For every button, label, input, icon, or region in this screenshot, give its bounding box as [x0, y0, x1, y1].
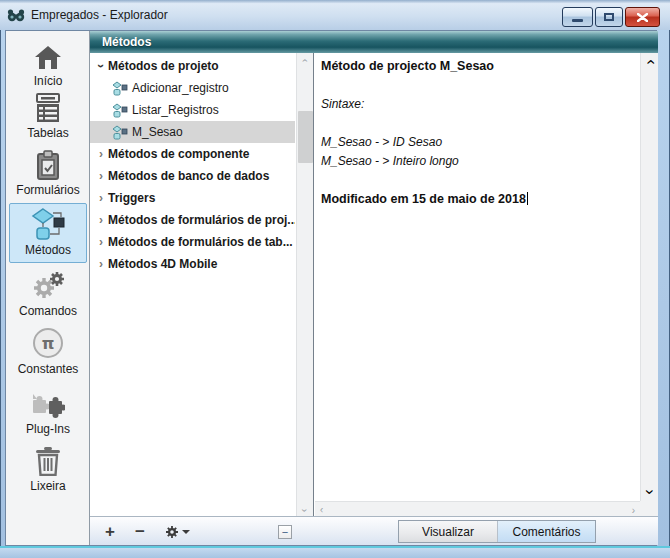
tree-item-label: Métodos de componente	[108, 147, 249, 161]
sidebar: Início Tabelas	[6, 31, 90, 545]
explorer-window: Empregados - Explorador Início	[0, 0, 670, 558]
scroll-left-icon[interactable]: ›	[315, 505, 328, 516]
gear-icon	[165, 525, 179, 539]
binoculars-icon	[7, 8, 25, 22]
modified-line: Modificado em 15 de maio de 2018	[321, 190, 634, 209]
chevron-down-icon[interactable]: ›	[94, 59, 108, 73]
tree-item-listar-registros[interactable]: Listar_Registros	[90, 99, 295, 121]
sidebar-item-metodos[interactable]: Métodos	[9, 203, 87, 263]
home-icon	[33, 41, 63, 71]
blank-line	[321, 76, 634, 95]
sidebar-item-label: Lixeira	[30, 479, 65, 493]
method-icon	[112, 125, 128, 140]
tab-visualizar[interactable]: Visualizar	[399, 521, 497, 542]
tree-item-label: Listar_Registros	[132, 103, 219, 117]
minimize-icon	[572, 19, 583, 22]
sidebar-item-label: Plug-Ins	[26, 422, 70, 436]
tree-item-metodos-formularios-projeto[interactable]: › Métodos de formulários de proj...	[90, 209, 295, 231]
minimize-button[interactable]	[562, 7, 593, 27]
detail-vertical-scrollbar[interactable]: › ›	[640, 53, 658, 501]
maximize-button[interactable]	[595, 7, 623, 27]
sidebar-item-label: Início	[34, 74, 63, 88]
close-icon	[637, 13, 648, 22]
tree-item-metodos-de-componente[interactable]: › Métodos de componente	[90, 143, 295, 165]
tree-item-label: Métodos de formulários de proj...	[108, 213, 295, 227]
chevron-right-icon[interactable]: ›	[94, 169, 108, 183]
blank-line	[321, 114, 634, 133]
method-icon	[112, 81, 128, 96]
tree-item-metodos-de-banco-de-dados[interactable]: › Métodos de banco de dados	[90, 165, 295, 187]
title-bar[interactable]: Empregados - Explorador	[0, 0, 670, 30]
maximize-icon	[604, 13, 614, 21]
sidebar-item-label: Comandos	[19, 304, 77, 318]
tree-item-metodos-formularios-tabela[interactable]: › Métodos de formulários de tab...	[90, 231, 295, 253]
sidebar-item-label: Métodos	[25, 243, 71, 257]
sidebar-item-plugins[interactable]: Plug-Ins	[6, 389, 90, 436]
sidebar-item-tabelas[interactable]: Tabelas	[6, 93, 90, 140]
modified-text: Modificado em 15 de maio de 2018	[321, 192, 526, 206]
text-cursor	[527, 192, 528, 205]
method-detail-pane: Método de projecto M_Sesao Sintaxe: M_Se…	[315, 53, 658, 518]
chevron-right-icon[interactable]: ›	[94, 235, 108, 249]
syntax-label: Sintaxe:	[321, 95, 634, 114]
tree-item-m-sesao[interactable]: M_Sesao	[90, 121, 295, 143]
chevron-right-icon[interactable]: ›	[94, 257, 108, 271]
scroll-up-icon[interactable]: ›	[298, 59, 313, 62]
sidebar-item-lixeira[interactable]: Lixeira	[6, 446, 90, 493]
table-icon	[34, 93, 62, 123]
pi-icon: π	[32, 329, 64, 359]
section-header: Métodos	[90, 31, 658, 53]
trash-icon	[35, 446, 61, 476]
puzzle-icon	[31, 389, 65, 419]
panes: › Métodos de projeto Adicionar_registro	[90, 53, 658, 518]
tree-item-label: Métodos de banco de dados	[108, 169, 269, 183]
view-toggle: Visualizar Comentários	[398, 520, 596, 543]
tree-item-metodos-de-projeto[interactable]: › Métodos de projeto	[90, 55, 295, 77]
sidebar-item-inicio[interactable]: Início	[6, 41, 90, 88]
tree-item-triggers[interactable]: › Triggers	[90, 187, 295, 209]
chevron-right-icon[interactable]: ›	[94, 191, 108, 205]
blank-line	[321, 171, 634, 190]
sidebar-item-label: Formulários	[16, 183, 79, 197]
sidebar-item-constantes[interactable]: π Constantes	[6, 329, 90, 376]
flowchart-icon	[30, 210, 66, 240]
chevron-right-icon[interactable]: ›	[94, 147, 108, 161]
method-tree: › Métodos de projeto Adicionar_registro	[90, 55, 295, 275]
clipboard-icon	[35, 150, 61, 180]
window-bottom-border	[0, 546, 670, 558]
tab-comentarios[interactable]: Comentários	[497, 521, 595, 542]
gears-icon	[31, 271, 65, 301]
sidebar-item-label: Tabelas	[27, 126, 68, 140]
tree-vertical-scrollbar[interactable]: › ›	[296, 53, 313, 518]
remove-button[interactable]: −	[128, 517, 152, 546]
scroll-up-icon[interactable]: ›	[640, 59, 658, 64]
add-button[interactable]: +	[98, 517, 122, 546]
chevron-down-icon	[182, 530, 190, 534]
scroll-down-icon[interactable]: ›	[640, 489, 658, 494]
syntax-line: M_Sesao - > Inteiro longo	[321, 152, 634, 171]
chevron-right-icon[interactable]: ›	[94, 213, 108, 227]
bottom-toolbar: + − − Visualizar Comentários	[90, 516, 658, 545]
method-comments[interactable]: Método de projecto M_Sesao Sintaxe: M_Se…	[321, 57, 634, 209]
sidebar-item-comandos[interactable]: Comandos	[6, 271, 90, 318]
scroll-down-icon[interactable]: ›	[298, 509, 313, 512]
svg-text:π: π	[42, 334, 55, 353]
tree-item-adicionar-registro[interactable]: Adicionar_registro	[90, 77, 295, 99]
tree-item-label: Métodos 4D Mobile	[108, 257, 217, 271]
main-area: Métodos › Métodos de projeto	[90, 31, 658, 545]
tree-item-label: Adicionar_registro	[132, 81, 229, 95]
collapse-all-button[interactable]: −	[278, 525, 292, 539]
scroll-thumb[interactable]	[298, 111, 313, 163]
method-icon	[112, 103, 128, 118]
actions-menu-button[interactable]	[162, 517, 192, 546]
tree-item-label: Métodos de projeto	[108, 59, 219, 73]
syntax-line: M_Sesao - > ID Sesao	[321, 133, 634, 152]
close-button[interactable]	[625, 7, 660, 27]
tree-item-label: M_Sesao	[132, 125, 183, 139]
window-title: Empregados - Explorador	[31, 8, 168, 22]
tree-item-metodos-4d-mobile[interactable]: › Métodos 4D Mobile	[90, 253, 295, 275]
scroll-right-icon[interactable]: ›	[627, 505, 640, 516]
method-detail-title: Método de projecto M_Sesao	[321, 57, 634, 76]
method-tree-pane: › Métodos de projeto Adicionar_registro	[90, 53, 314, 518]
sidebar-item-formularios[interactable]: Formulários	[6, 150, 90, 197]
